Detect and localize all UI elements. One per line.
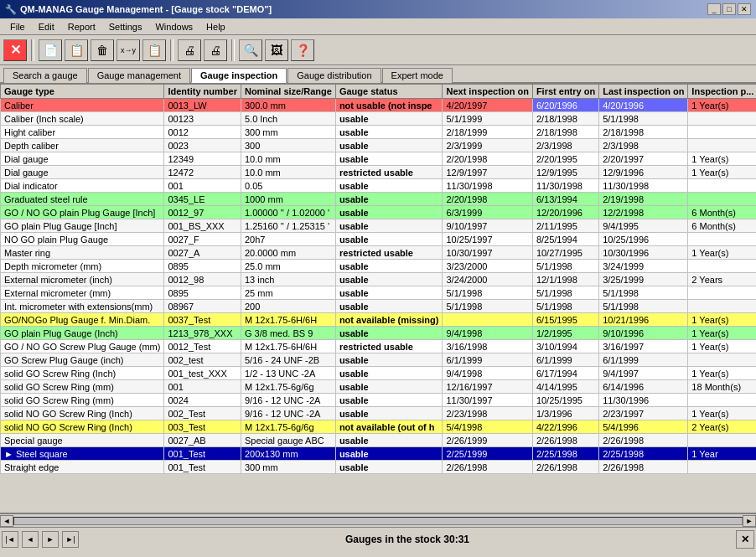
bottom-bar: |◄ ◄ ► ►| Gauges in the stock 30:31 ✕ [0,527,756,550]
table-cell: 003_Test [164,420,241,434]
table-row[interactable]: External micrometer (mm)089525 mmusable5… [1,286,757,300]
table-cell: solid NO GO Screw Ring (Inch) [1,420,164,434]
table-row[interactable]: GO / NO GO Screw Plug Gauge (mm)0012_Tes… [1,340,757,353]
table-row[interactable]: GO / NO GO plain Plug Gauge [Inch]0012_9… [1,206,757,219]
maximize-button[interactable]: □ [722,3,736,15]
close-button[interactable]: ✕ [738,3,751,15]
table-row[interactable]: solid NO GO Screw Ring (Inch)002_Test9/1… [1,407,757,420]
table-cell: 5/1/1998 [532,260,598,273]
table-cell: usable [335,407,443,420]
table-row[interactable]: solid GO Screw Ring (Inch)001_test_XXX1/… [1,367,757,380]
table-row[interactable]: Master ring0027_A20.0000 mmrestricted us… [1,246,757,260]
table-cell: 13 inch [241,273,335,286]
col-identity: Identity number [164,85,241,99]
table-row[interactable]: Graduated steel rule0345_LE1000 mmusable… [1,193,757,206]
table-row[interactable]: solid GO Screw Ring (mm)001M 12x1.75-6g/… [1,380,757,394]
table-cell: restricted usable [335,340,443,353]
gauge-table-container[interactable]: Gauge type Identity number Nominal size/… [0,84,756,513]
table-cell: 6/3/1999 [443,206,532,219]
toolbar-sep1 [31,39,34,61]
table-cell: 3/16/1997 [599,340,688,353]
table-row[interactable]: Dial gauge1234910.0 mmusable2/20/19982/2… [1,152,757,166]
toolbar-close-btn[interactable]: ✕ [3,39,27,61]
nav-last-btn[interactable]: ►| [62,531,79,548]
table-row[interactable]: ► Steel square001_Test200x130 mmusable2/… [1,447,757,461]
table-cell: Special gauge [1,434,164,447]
toolbar-delete-btn[interactable]: 🗑 [91,39,114,61]
menu-help[interactable]: Help [199,20,232,34]
table-row[interactable]: External micrometer (inch)0012_9813 inch… [1,273,757,286]
toolbar-print-btn[interactable]: 🖨 [178,39,201,61]
toolbar-search-btn[interactable]: 🔍 [239,39,262,61]
table-cell: 6/1/1999 [443,353,532,367]
status-close-btn[interactable]: ✕ [736,530,754,549]
table-row[interactable]: GO plain Plug Gauge (Inch)1213_978_XXXG … [1,327,757,340]
minimize-button[interactable]: _ [707,3,721,15]
toolbar-new-btn[interactable]: 📄 [39,39,62,61]
tab-distribution[interactable]: Gauge distribution [287,68,381,83]
nav-prev-btn[interactable]: ◄ [22,531,39,548]
table-row[interactable]: GO Screw Plug Gauge (inch)002_test5/16 -… [1,353,757,367]
table-row[interactable]: Depth micrometer (mm)089525.0 mmusable3/… [1,260,757,273]
table-cell: 1213_978_XXX [164,327,241,340]
toolbar-open-btn[interactable]: 📋 [65,39,88,61]
table-cell: 11/30/1998 [443,179,532,193]
table-cell: 1 Year [688,447,756,461]
menu-windows[interactable]: Windows [148,20,199,34]
menu-settings[interactable]: Settings [102,20,149,34]
toolbar-print2-btn[interactable]: 🖨 [204,39,227,61]
toolbar-convert-btn[interactable]: x→y [117,39,140,61]
table-row[interactable]: GO/NOGo Plug Gauge f. Min.Diam.0037_Test… [1,313,757,327]
table-row[interactable]: solid NO GO Screw Ring (Inch)003_TestM 1… [1,420,757,434]
scroll-right-btn[interactable]: ► [743,515,756,527]
table-row[interactable]: Dial indicator0010.05usable11/30/199811/… [1,179,757,193]
table-cell: 9/16 - 12 UNC -2A [241,407,335,420]
table-cell: Graduated steel rule [1,193,164,206]
table-cell: 9/4/1995 [599,219,688,233]
window-title-area: 🔧 QM-MANAG Gauge Management - [Gauge sto… [5,4,272,15]
scroll-track-h[interactable] [13,517,743,525]
table-row[interactable]: Dial gauge1247210.0 mmrestricted usable1… [1,166,757,179]
nav-first-btn[interactable]: |◄ [2,531,18,548]
table-cell: 1 Year(s) [688,313,756,327]
table-cell: M 12x1.75-6H/6H [241,340,335,353]
menu-edit[interactable]: Edit [32,20,61,34]
table-row[interactable]: GO plain Plug Gauge [Inch]001_BS_XXX1.25… [1,219,757,233]
toolbar-image-btn[interactable]: 🖼 [265,39,288,61]
table-row[interactable]: NO GO plain Plug Gauge0027_F20h7usable10… [1,233,757,246]
table-cell: usable [335,380,443,394]
table-row[interactable]: Caliber (Inch scale)001235.0 Inchusable5… [1,112,757,126]
table-cell: 10.0 mm [241,166,335,179]
table-cell: Special gauge ABC [241,434,335,447]
table-row[interactable]: Special gauge0027_ABSpecial gauge ABCusa… [1,434,757,447]
table-cell: usable [335,139,443,152]
table-row[interactable]: solid GO Screw Ring (mm)00249/16 - 12 UN… [1,394,757,407]
table-row[interactable]: Hight caliber0012300 mmusable2/18/19992/… [1,126,757,139]
nav-next-btn[interactable]: ► [42,531,59,548]
table-row[interactable]: Depth caliber0023300usable2/3/19992/3/19… [1,139,757,152]
table-cell: usable [335,300,443,313]
tab-management[interactable]: Gauge management [88,68,190,83]
scrollbar-h[interactable]: ◄ ► [0,513,756,527]
table-row[interactable]: Straight edge001_Test300 mmusable2/26/19… [1,461,757,474]
window-controls[interactable]: _ □ ✕ [707,3,751,15]
menu-report[interactable]: Report [61,20,102,34]
menu-file[interactable]: File [3,20,32,34]
table-cell: 6/1/1999 [532,353,598,367]
table-cell: 2/26/1998 [443,461,532,474]
tab-search[interactable]: Search a gauge [3,68,87,83]
table-cell: 25 mm [241,286,335,300]
tab-inspection[interactable]: Gauge inspection [191,68,287,83]
table-cell: 5/1/1998 [443,286,532,300]
scroll-left-btn[interactable]: ◄ [0,515,13,527]
tab-expert[interactable]: Expert mode [382,68,453,83]
toolbar-copy-btn[interactable]: 📋 [142,39,166,61]
table-cell [688,112,756,126]
table-row[interactable]: Caliber0013_LW300.0 mmnot usable (not in… [1,99,757,112]
table-cell: 0895 [164,286,241,300]
table-row[interactable]: Int. micrometer with extensions(mm)08967… [1,300,757,313]
table-cell: External micrometer (mm) [1,286,164,300]
toolbar-help-btn[interactable]: ❓ [291,39,314,61]
table-cell: 5/1/1998 [599,112,688,126]
table-cell: 2/25/1999 [443,447,532,461]
